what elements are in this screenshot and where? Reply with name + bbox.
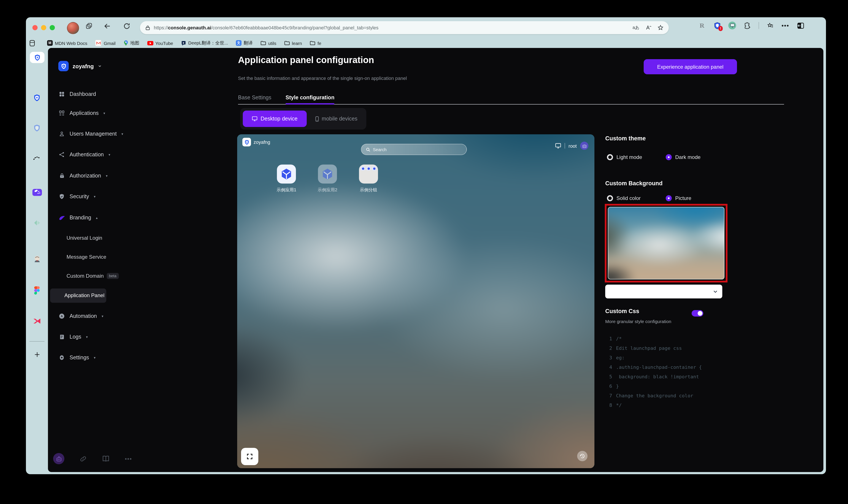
preview-search-input[interactable]: Search xyxy=(361,144,467,155)
more-icon[interactable]: ••• xyxy=(781,22,789,29)
sidebar-subitem-custom-domain[interactable]: Custom Domain beta xyxy=(67,272,119,280)
tab-stack-icon[interactable] xyxy=(86,22,92,29)
bookmark-translate[interactable]: 文 翻译 xyxy=(236,40,253,46)
radio-icon-selected xyxy=(666,154,672,160)
sidebar-item-authorization[interactable]: Authorization▾ xyxy=(58,170,108,181)
experience-application-panel-button[interactable]: Experience application panel xyxy=(644,59,737,74)
extensions-puzzle-icon[interactable] xyxy=(743,22,751,29)
bookmark-maps[interactable]: 地图 xyxy=(123,40,139,46)
invite-link-icon[interactable] xyxy=(79,455,87,462)
reload-icon[interactable] xyxy=(123,22,130,30)
sidebar-item-authentication[interactable]: Authentication▾ xyxy=(58,149,110,160)
tab-pink-x[interactable] xyxy=(26,318,48,324)
sidebar-item-security[interactable]: Security▾ xyxy=(58,191,95,202)
bookmark-folder-utils[interactable]: utils xyxy=(260,40,276,46)
bookmark-folder-fe[interactable]: fe xyxy=(310,40,321,46)
workspace-switcher[interactable]: zoyafng xyxy=(58,61,102,71)
tab-genauth-shield[interactable] xyxy=(26,94,48,102)
back-icon[interactable] xyxy=(104,22,111,30)
app-cube-icon xyxy=(318,164,337,183)
chevron-up-icon: ▴ xyxy=(96,216,97,220)
bookmark-deepl[interactable]: DeepL翻译：全世... xyxy=(181,40,228,46)
application-panel-label: Application Panel xyxy=(65,292,104,299)
shield-check-icon xyxy=(58,193,65,200)
reader-text-size-icon[interactable] xyxy=(645,25,651,30)
tab-figma[interactable] xyxy=(26,286,48,294)
code-line: 7Change the background color xyxy=(608,391,702,400)
extension-r-icon[interactable]: R xyxy=(698,22,706,29)
tab-genauth-shield-faded[interactable] xyxy=(26,124,48,132)
custom-css-editor[interactable]: 1/* 2Edit launchpad page css 3eg: 4.auth… xyxy=(608,334,702,410)
radio-light-mode[interactable]: Light mode xyxy=(607,154,642,160)
app-cube-icon xyxy=(277,164,296,183)
app-group-icon xyxy=(359,164,378,183)
tab-analytics-purple[interactable] xyxy=(26,189,48,196)
tab-style-configuration[interactable]: Style configuration xyxy=(286,94,335,101)
sidebar-item-users-management[interactable]: Users Management▾ xyxy=(58,129,123,139)
bookmark-gmail[interactable]: Gmail xyxy=(95,40,115,46)
users-icon xyxy=(58,130,65,137)
close-window-button[interactable] xyxy=(32,25,38,30)
docs-book-icon[interactable] xyxy=(102,455,110,462)
tab-green-site[interactable] xyxy=(26,219,48,226)
folder-icon xyxy=(310,41,315,46)
console-page: zoyafng Dashboard Applications▾ Users Ma… xyxy=(48,48,823,472)
extension-shield-icon[interactable]: ! xyxy=(713,22,721,29)
background-picture-thumbnail[interactable] xyxy=(608,207,724,280)
radio-picture[interactable]: Picture xyxy=(666,195,691,201)
mobile-devices-button[interactable]: mobile devices xyxy=(308,111,364,127)
preview-username: root xyxy=(569,143,577,148)
monitor-icon[interactable] xyxy=(555,143,561,148)
deepl-icon xyxy=(181,40,186,46)
bookmark-folder-learn[interactable]: learn xyxy=(284,40,302,46)
extension-screen-icon[interactable] xyxy=(728,22,736,29)
sidebar-subitem-universal-login[interactable]: Universal Login xyxy=(67,234,102,242)
sidebar-item-branding[interactable]: Branding▴ xyxy=(58,213,97,223)
sidebar-subitem-message-service[interactable]: Message Service xyxy=(67,253,106,261)
radio-dark-mode[interactable]: Dark mode xyxy=(666,154,701,160)
sidebar-item-automation[interactable]: A Automation▾ xyxy=(58,311,104,321)
history-reset-button[interactable] xyxy=(577,451,588,461)
address-bar[interactable]: https://console.genauth.ai/console/67eb6… xyxy=(140,21,669,34)
maps-pin-icon xyxy=(123,40,128,46)
translate-page-icon[interactable]: aあ xyxy=(632,24,639,31)
custom-css-toggle[interactable] xyxy=(692,310,703,317)
tab-jenkins[interactable] xyxy=(26,255,48,264)
active-tab-genauth[interactable] xyxy=(30,52,44,63)
sidebar-item-settings[interactable]: Settings▾ xyxy=(58,353,95,363)
new-tab-plus-icon[interactable] xyxy=(26,351,48,358)
preview-app-2[interactable]: 示例应用2 xyxy=(318,164,337,183)
sidebar-item-dashboard[interactable]: Dashboard xyxy=(58,89,96,99)
sidebar-toggle-icon[interactable] xyxy=(797,22,805,29)
workspace-name: zoyafng xyxy=(73,63,94,69)
more-options-icon[interactable]: ••• xyxy=(125,455,132,462)
preview-app-1[interactable]: 示例应用1 xyxy=(277,164,296,183)
preview-app-group[interactable]: 示例分组 xyxy=(359,164,378,183)
favorites-list-icon[interactable] xyxy=(766,22,774,29)
vertical-tab-strip xyxy=(26,48,48,474)
radio-solid-color[interactable]: Solid color xyxy=(607,195,640,201)
bookmark-star-icon[interactable] xyxy=(657,24,664,31)
background-image-select[interactable] xyxy=(605,285,722,299)
vertical-tabs-icon[interactable] xyxy=(29,39,35,47)
gear-icon xyxy=(58,354,65,361)
lock-icon xyxy=(145,25,150,31)
bookmark-mdn[interactable]: M MDN Web Docs xyxy=(47,40,87,46)
ai-assistant-icon[interactable] xyxy=(53,453,65,464)
desktop-device-button[interactable]: Desktop device xyxy=(243,111,307,127)
sidebar-item-logs[interactable]: Logs▾ xyxy=(58,332,88,342)
tab-base-settings[interactable]: Base Settings xyxy=(238,94,271,101)
device-toggle: Desktop device mobile devices xyxy=(240,108,366,129)
code-line: 3eg: xyxy=(608,353,702,362)
fullscreen-button[interactable] xyxy=(241,448,258,465)
bookmark-youtube[interactable]: YouTube xyxy=(147,40,173,46)
tab-sketch-site[interactable] xyxy=(26,156,48,161)
share-nodes-icon xyxy=(58,151,65,158)
preview-avatar[interactable] xyxy=(580,142,589,150)
zoom-window-button[interactable] xyxy=(50,25,55,30)
browser-profile-avatar[interactable] xyxy=(67,22,79,34)
minimize-window-button[interactable] xyxy=(41,25,46,30)
chevron-down-icon: ▾ xyxy=(104,111,105,115)
code-line: 4.authing-launchpad-container { xyxy=(608,362,702,372)
sidebar-item-applications[interactable]: Applications▾ xyxy=(58,108,105,118)
